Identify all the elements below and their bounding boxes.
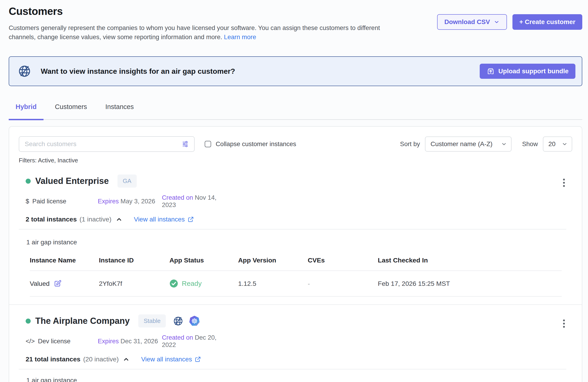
check-circle-icon: [169, 279, 178, 288]
col-app-version: App Version: [238, 256, 308, 264]
app-version: 1.12.5: [238, 280, 308, 287]
view-tabs: Hybrid Customers Instances: [9, 103, 582, 120]
col-last-checked-in: Last Checked In: [378, 256, 562, 264]
customer-header: Valued Enterprise GA: [26, 174, 572, 188]
chevron-down-icon: [501, 141, 507, 147]
customer-meta-row: </> Dev license Expires Dec 31, 2026 Cre…: [26, 334, 572, 349]
collapse-instances-checkbox[interactable]: [205, 141, 211, 147]
instances-summary-row: 2 total instances (1 inactive) View all …: [26, 215, 572, 223]
view-all-instances-link[interactable]: View all instances: [141, 356, 201, 363]
license-type: $ Paid license: [26, 198, 98, 205]
collapse-instances-label: Collapse customer instances: [216, 140, 296, 148]
create-customer-button[interactable]: + Create customer: [512, 14, 582, 30]
view-all-instances-link[interactable]: View all instances: [134, 216, 194, 223]
upload-support-bundle-label: Upload support bundle: [499, 67, 568, 75]
col-instance-name: Instance Name: [30, 256, 99, 264]
sort-by-value: Customer name (A-Z): [430, 140, 493, 148]
customer-header: The Airplane Company Stable ☸: [26, 315, 572, 327]
airgap-instance-count: 1 air gap instance: [26, 239, 572, 246]
tab-instances[interactable]: Instances: [99, 103, 141, 120]
customer-card-airplane-company: The Airplane Company Stable ☸ </> Dev li…: [19, 305, 572, 382]
customer-menu-button[interactable]: [561, 177, 567, 189]
channel-badge: GA: [117, 174, 137, 188]
airgap-globe-icon: [17, 64, 32, 78]
created-on-label: Created on: [162, 194, 193, 201]
col-cves: CVEs: [308, 256, 378, 264]
search-input[interactable]: [25, 140, 181, 148]
collapse-instances-control: Collapse customer instances: [205, 140, 296, 148]
dev-license-icon: </>: [26, 338, 35, 345]
col-app-status: App Status: [169, 256, 238, 264]
created-on-label: Created on: [162, 334, 193, 341]
learn-more-link[interactable]: Learn more: [224, 33, 256, 41]
instance-table-header: Instance Name Instance ID App Status App…: [30, 256, 562, 271]
external-link-icon: [188, 216, 194, 223]
sort-by-select[interactable]: Customer name (A-Z): [425, 136, 511, 152]
show-label: Show: [522, 140, 538, 148]
page-title: Customers: [9, 5, 380, 17]
total-instances-text: 21 total instances: [26, 355, 80, 363]
page-description-line2: channels, change license values, view so…: [9, 33, 222, 41]
sort-by-label: Sort by: [400, 140, 420, 148]
header-actions: Download CSV + Create customer: [437, 14, 582, 30]
active-status-dot-icon: [26, 318, 31, 324]
customer-card-valued-enterprise: Valued Enterprise GA $ Paid license Expi…: [19, 164, 572, 305]
license-type: </> Dev license: [26, 338, 98, 345]
instances-summary-row: 21 total instances (20 inactive) View al…: [26, 355, 572, 363]
expires-date: May 3, 2026: [120, 198, 155, 205]
instance-table: Instance Name Instance ID App Status App…: [30, 256, 562, 297]
col-instance-id: Instance ID: [99, 256, 169, 264]
download-csv-button[interactable]: Download CSV: [437, 14, 507, 30]
expires-date: Dec 31, 2026: [120, 338, 158, 345]
instance-name-cell: Valued: [30, 280, 99, 287]
paid-license-icon: $: [26, 198, 29, 205]
total-instances-text: 2 total instances: [26, 215, 77, 223]
page-description: Customers generally represent the compan…: [9, 23, 380, 42]
expires-field: Expires May 3, 2026: [98, 198, 162, 205]
chevron-up-icon[interactable]: [123, 356, 130, 363]
create-customer-label: + Create customer: [519, 18, 575, 26]
view-all-instances-label: View all instances: [141, 356, 192, 363]
customer-name[interactable]: The Airplane Company: [35, 316, 130, 326]
list-controls: Sort by Customer name (A-Z) Show 20: [400, 136, 572, 152]
download-csv-label: Download CSV: [444, 18, 490, 26]
inactive-instances-text: (1 inactive): [80, 215, 111, 223]
filter-sliders-icon[interactable]: [181, 140, 189, 148]
cves-value: -: [308, 280, 378, 287]
instance-id: 2YfoK7f: [99, 280, 169, 287]
airgap-globe-icon: [173, 316, 184, 327]
instance-name: Valued: [30, 280, 50, 287]
show-count-select[interactable]: 20: [543, 136, 572, 152]
license-type-label: Paid license: [32, 198, 66, 205]
customer-name[interactable]: Valued Enterprise: [35, 176, 109, 186]
page-content: Customers Customers generally represent …: [9, 0, 582, 382]
app-status-cell: Ready: [169, 279, 238, 288]
edit-icon[interactable]: [54, 280, 62, 287]
active-status-dot-icon: [26, 179, 31, 184]
kubernetes-icon: ☸: [189, 316, 200, 326]
expires-field: Expires Dec 31, 2026: [98, 338, 162, 345]
customer-menu-button[interactable]: [561, 318, 567, 330]
tab-hybrid[interactable]: Hybrid: [9, 103, 43, 120]
expires-label: Expires: [98, 198, 119, 205]
instance-table-row: Valued 2YfoK7f Ready 1.12.5 - Feb 17, 20…: [30, 271, 562, 297]
chevron-down-icon: [494, 19, 500, 25]
airgap-banner: Want to view instance insights for an ai…: [9, 56, 582, 86]
tab-customers[interactable]: Customers: [48, 103, 94, 120]
airgap-instance-count: 1 air gap instance: [26, 377, 572, 382]
active-filters-text: Filters: Active, Inactive: [19, 157, 572, 164]
upload-icon: [486, 67, 495, 75]
page-header-text: Customers Customers generally represent …: [9, 5, 380, 42]
external-link-icon: [195, 356, 201, 362]
divider: [19, 369, 566, 369]
upload-support-bundle-button[interactable]: Upload support bundle: [480, 64, 575, 79]
toolbar: Collapse customer instances Sort by Cust…: [19, 136, 572, 152]
chevron-down-icon: [562, 141, 568, 147]
page-description-line1: Customers generally represent the compan…: [9, 24, 380, 31]
created-field: Created on Nov 14, 2023: [162, 194, 226, 209]
expires-label: Expires: [98, 338, 119, 345]
inactive-instances-text: (20 inactive): [83, 355, 119, 363]
chevron-up-icon[interactable]: [116, 216, 123, 223]
airgap-banner-title: Want to view instance insights for an ai…: [41, 67, 235, 76]
created-field: Created on Dec 20, 2022: [162, 334, 226, 349]
